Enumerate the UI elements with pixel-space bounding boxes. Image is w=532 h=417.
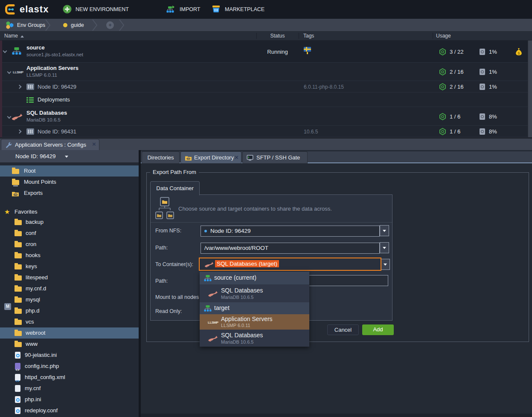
sidebar-item-90-jelastic-ini[interactable]: 90-jelastic.ini (0, 350, 139, 361)
sidebar-item-conf[interactable]: conf (0, 228, 139, 239)
disk-usage: 1% (489, 84, 497, 90)
sidebar-item-label: Favorites (15, 206, 37, 217)
disk-icon (480, 113, 485, 120)
column-name[interactable]: Name (4, 32, 24, 40)
import-button[interactable]: IMPORT (180, 0, 200, 19)
breadcrumb-group[interactable]: guide (71, 19, 84, 32)
sidebar-item-php-ini[interactable]: php.ini (0, 394, 139, 405)
from-nfs-label: From NFS: (155, 228, 181, 234)
cancel-button[interactable]: Cancel (327, 324, 359, 335)
expand-icon[interactable] (17, 130, 22, 134)
collapse-icon[interactable] (7, 115, 12, 119)
sidebar-item-root[interactable]: Root (0, 165, 139, 177)
sidebar-item-www[interactable]: www (0, 339, 139, 350)
billing-moneybag-icon[interactable]: $ (515, 48, 522, 56)
dropdown-item-application-servers[interactable]: LLSMP Application Servers LLSMP 6.0.11 (200, 314, 309, 330)
environment-icon (12, 47, 21, 55)
cloudlet-usage: 2 / 16 (450, 69, 464, 75)
node-selector[interactable]: M Node ID: 96429 (0, 150, 139, 163)
expand-icon[interactable] (17, 85, 22, 89)
sidebar-item-litespeed[interactable]: litespeed (0, 272, 139, 283)
dropdown-group-source[interactable]: source (current) (200, 272, 309, 284)
disk-usage: 1% (489, 49, 497, 55)
close-icon[interactable]: × (92, 141, 96, 147)
to-containers-combo[interactable]: SQL Databases (target) (199, 258, 381, 271)
column-divider (433, 33, 433, 39)
folder-icon (15, 320, 22, 325)
sidebar-item-backup[interactable]: backup (0, 217, 139, 228)
tab-configs[interactable]: Application Servers : Configs × (1, 139, 99, 150)
collapse-icon[interactable] (7, 70, 12, 74)
column-usage[interactable]: Usage (436, 32, 451, 40)
sidebar-item-vcs[interactable]: vcs (0, 316, 139, 327)
env-row-app-servers[interactable]: LLSMP Application Servers LLSMP 6.0.11 2… (0, 63, 532, 81)
breadcrumb-env-groups[interactable]: Env Groups (17, 19, 45, 32)
sidebar-item-exports[interactable]: Exports (0, 188, 139, 199)
column-divider (299, 33, 299, 39)
cloudlet-usage: 3 / 22 (450, 49, 464, 55)
sidebar-item-webroot[interactable]: webroot (0, 327, 139, 339)
tab-sftp-ssh-gate[interactable]: SFTP / SSH Gate (242, 151, 308, 163)
breadcrumb-separator-icon (92, 19, 98, 31)
add-group-button[interactable]: + (106, 21, 114, 29)
tab-export-directory[interactable]: Export Directory × (180, 151, 241, 163)
dropdown-group-target[interactable]: target (200, 302, 309, 314)
env-row-source[interactable]: source source1.jls-sto1.elastx.net Runni… (0, 41, 532, 63)
sidebar-item-label: php.ini (25, 394, 41, 405)
sidebar-item-mount-points[interactable]: Mount Points (0, 177, 139, 188)
sidebar-item-my-cnf[interactable]: my.cnf (0, 383, 139, 394)
node-version: 10.6.5 (304, 129, 318, 135)
from-nfs-value: Node ID: 96429 (210, 228, 251, 234)
region-flag-icon[interactable] (304, 46, 311, 55)
ini-file-icon (15, 352, 20, 359)
new-environment-icon (63, 5, 72, 14)
env-row-deployments[interactable]: Deployments (0, 93, 532, 107)
dropdown-item-sql-databases-target[interactable]: SQL Databases MariaDB 10.6.5 (200, 330, 309, 347)
layer-title: Application Servers (26, 65, 78, 71)
sidebar-item-redeploy-conf[interactable]: redeploy.conf (0, 405, 139, 416)
env-row-sql-databases[interactable]: SQL Databases MariaDB 10.6.5 1 / 6 8% (0, 107, 532, 126)
marketplace-button[interactable]: MARKETPLACE (225, 0, 265, 19)
sidebar-item-label: Root (24, 165, 35, 177)
from-nfs-dropdown-button[interactable] (380, 225, 389, 236)
path-dropdown-button[interactable] (380, 242, 389, 253)
status-text: Running (256, 49, 299, 55)
env-row-node-96429[interactable]: Node ID: 96429 6.0.11-php-8.0.15 2 / 16 … (0, 81, 532, 93)
logo-text: elastx (20, 4, 49, 15)
to-containers-dropdown-button[interactable] (381, 259, 390, 270)
sidebar-item-label: Exports (24, 188, 43, 199)
env-row-node-96431[interactable]: Node ID: 96431 10.6.5 1 / 6 8% (0, 126, 532, 137)
tab-label: SFTP / SSH Gate (256, 152, 300, 163)
sidebar-item-keys[interactable]: keys (0, 261, 139, 272)
from-nfs-combo[interactable]: Node ID: 96429 (201, 226, 380, 237)
new-environment-button[interactable]: NEW ENVIRONMENT (76, 0, 129, 19)
tab-directories[interactable]: Directories (142, 151, 180, 163)
node-title: Node ID: 96431 (38, 128, 76, 135)
sidebar-item-hooks[interactable]: hooks (0, 250, 139, 261)
path-combo[interactable]: /var/www/webroot/ROOT (201, 243, 380, 254)
disk-usage: 8% (489, 128, 497, 135)
star-icon: ★ (4, 206, 10, 217)
collapse-icon[interactable] (3, 49, 7, 53)
sidebar-item-label: hooks (26, 250, 41, 261)
sidebar-item-cron[interactable]: cron (0, 239, 139, 250)
sidebar-item-httpd-config-xml[interactable]: httpd_config.xml (0, 372, 139, 383)
column-tags[interactable]: Tags (303, 32, 314, 40)
column-status[interactable]: Status (256, 32, 299, 40)
sidebar-favorites-header[interactable]: ★ Favorites (0, 206, 139, 217)
sidebar-item-mysql[interactable]: mysql (0, 294, 139, 305)
close-icon[interactable]: × (235, 154, 238, 160)
add-button[interactable]: Add (362, 324, 394, 335)
env-list-scrollbar[interactable] (528, 41, 532, 137)
sidebar-item-label: php.d (26, 305, 40, 316)
sidebar-item-my-cnf-d[interactable]: my.cnf.d (0, 283, 139, 294)
sidebar-item-config-inc-php[interactable]: config.inc.php (0, 361, 139, 372)
terminal-icon (247, 155, 254, 161)
path-label: Path: (155, 245, 168, 251)
sidebar-item-php-d[interactable]: php.d (0, 305, 139, 316)
tab-data-container[interactable]: Data Container (150, 181, 200, 195)
dropdown-item-sql-databases-source[interactable]: SQL Databases MariaDB 10.6.5 (200, 284, 309, 302)
folder-icon (15, 342, 22, 347)
cpu-hexagon-icon (439, 48, 446, 55)
elastx-logo-icon[interactable] (4, 3, 17, 16)
